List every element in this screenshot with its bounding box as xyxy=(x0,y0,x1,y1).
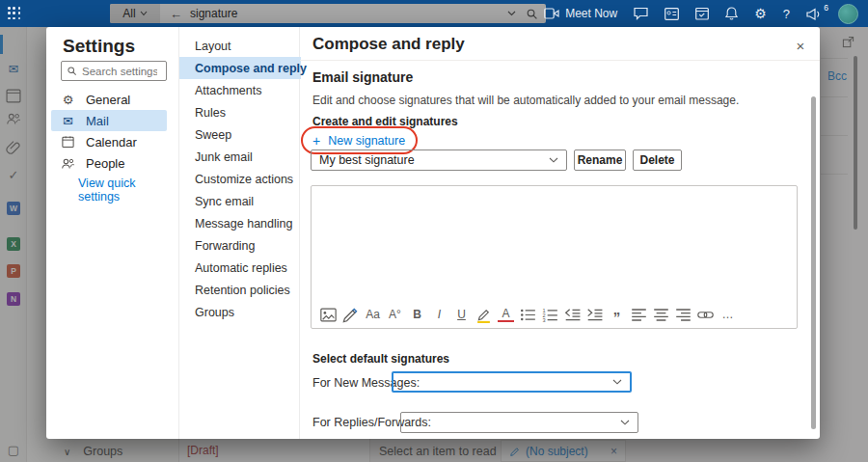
close-icon: × xyxy=(797,38,805,54)
more-icon[interactable]: … xyxy=(719,307,736,323)
notification-badge: 6 xyxy=(824,3,828,13)
search-input[interactable]: signature xyxy=(190,7,507,20)
email-signature-heading: Email signature xyxy=(312,69,413,85)
outdent-icon[interactable] xyxy=(564,307,581,323)
for-replies-forwards-select[interactable] xyxy=(400,412,638,433)
close-button[interactable]: × xyxy=(790,35,811,56)
nav-item-layout[interactable]: Layout xyxy=(179,35,301,57)
gear-icon[interactable]: ⚙ xyxy=(754,6,767,21)
nav-item-label: Retention policies xyxy=(195,284,290,297)
nav-item-forwarding[interactable]: Forwarding xyxy=(179,234,301,257)
search-icon[interactable] xyxy=(526,8,538,20)
chevron-down-icon xyxy=(140,11,148,16)
settings-item-mail[interactable]: ✉ Mail xyxy=(51,110,167,131)
format-painter-icon[interactable] xyxy=(342,307,359,323)
nav-item-automatic-replies[interactable]: Automatic replies xyxy=(179,257,301,279)
signature-select[interactable]: My best signature xyxy=(311,149,567,171)
avatar[interactable] xyxy=(838,4,858,24)
nav-item-retention-policies[interactable]: Retention policies xyxy=(179,279,301,301)
divider xyxy=(300,60,820,61)
underline-icon[interactable]: U xyxy=(453,307,470,323)
font-color-icon[interactable]: A xyxy=(498,308,514,322)
settings-item-people[interactable]: People xyxy=(46,152,178,174)
mail-icon: ✉ xyxy=(61,114,75,128)
nav-item-attachments[interactable]: Attachments xyxy=(179,79,301,101)
calendar-check-icon[interactable] xyxy=(695,7,709,20)
back-icon[interactable]: ← xyxy=(170,7,182,21)
settings-item-calendar[interactable]: Calendar xyxy=(46,131,178,152)
nav-item-sync-email[interactable]: Sync email xyxy=(179,190,301,212)
for-new-messages-select[interactable] xyxy=(392,371,632,393)
search-bar[interactable]: All ← signature xyxy=(110,4,546,23)
align-right-icon[interactable] xyxy=(675,307,692,323)
indent-icon[interactable] xyxy=(586,307,603,323)
people-icon xyxy=(61,157,75,170)
search-scope-label: All xyxy=(122,7,135,20)
signature-editor[interactable]: Aa A° B I U A 123 ” … xyxy=(311,185,798,329)
nav-item-label: Sweep xyxy=(195,128,231,142)
nav-item-label: Compose and reply xyxy=(195,62,307,75)
camera-icon xyxy=(544,8,559,19)
picture-icon[interactable] xyxy=(320,307,337,323)
settings-item-label: People xyxy=(86,156,124,171)
delete-button[interactable]: Delete xyxy=(633,149,682,171)
settings-dialog: Settings ⚙ General ✉ Mail Calendar xyxy=(46,27,820,439)
rename-button[interactable]: Rename xyxy=(574,149,626,171)
nav-item-compose-and-reply[interactable]: Compose and reply xyxy=(179,57,301,79)
megaphone-icon[interactable]: 6 xyxy=(806,8,822,20)
highlight-icon[interactable] xyxy=(475,307,492,323)
nav-item-label: Message handling xyxy=(195,217,292,231)
bold-icon[interactable]: B xyxy=(409,307,425,323)
italic-icon[interactable]: I xyxy=(431,307,448,323)
nav-item-junk-email[interactable]: Junk email xyxy=(179,146,301,168)
chat-icon[interactable] xyxy=(634,7,648,20)
dialog-title: Settings xyxy=(63,36,135,57)
view-quick-settings-link[interactable]: View quick settings xyxy=(78,177,178,204)
bullet-list-icon[interactable] xyxy=(520,307,536,323)
nav-item-groups[interactable]: Groups xyxy=(179,301,301,323)
nav-item-label: Junk email xyxy=(195,150,253,164)
search-scope-dropdown[interactable]: All xyxy=(110,4,160,23)
nav-item-label: Attachments xyxy=(195,84,261,97)
chevron-down-icon xyxy=(612,379,622,385)
nav-item-customize-actions[interactable]: Customize actions xyxy=(179,168,301,190)
meet-now-button[interactable]: Meet Now xyxy=(544,7,617,20)
nav-item-label: Layout xyxy=(195,40,231,53)
app-launcher-icon[interactable] xyxy=(8,7,21,20)
signature-select-value: My best signature xyxy=(319,153,415,167)
nav-item-label: Rules xyxy=(195,106,226,120)
nav-item-label: Groups xyxy=(195,306,234,319)
settings-nav: Layout Compose and reply Attachments Rul… xyxy=(178,27,300,439)
quote-icon[interactable]: ” xyxy=(609,307,625,323)
editor-toolbar: Aa A° B I U A 123 ” … xyxy=(312,301,797,328)
help-icon[interactable]: ? xyxy=(783,7,790,21)
nav-item-message-handling[interactable]: Message handling xyxy=(179,212,301,234)
signature-description: Edit and choose signatures that will be … xyxy=(312,94,739,107)
font-icon[interactable]: Aa xyxy=(365,307,381,323)
settings-item-general[interactable]: ⚙ General xyxy=(46,89,178,110)
align-left-icon[interactable] xyxy=(631,307,647,323)
chevron-down-icon[interactable] xyxy=(507,11,516,16)
nav-item-sweep[interactable]: Sweep xyxy=(179,123,301,146)
numbered-list-icon[interactable]: 123 xyxy=(542,307,558,323)
settings-search-input[interactable] xyxy=(82,66,157,77)
nav-item-label: Forwarding xyxy=(195,239,256,253)
font-size-icon[interactable]: A° xyxy=(387,307,403,323)
nav-item-rules[interactable]: Rules xyxy=(179,101,301,123)
settings-sidebar: Settings ⚙ General ✉ Mail Calendar xyxy=(46,27,178,439)
svg-text:3: 3 xyxy=(542,317,545,323)
compose-and-reply-panel: Compose and reply × Email signature Edit… xyxy=(300,27,820,439)
align-center-icon[interactable] xyxy=(653,307,669,323)
scrollbar[interactable] xyxy=(811,96,816,429)
settings-item-label: General xyxy=(86,93,130,107)
settings-search-box[interactable] xyxy=(61,61,167,81)
chevron-down-icon xyxy=(549,157,558,163)
settings-item-label: Calendar xyxy=(86,135,137,149)
megaphone-glyph xyxy=(806,8,822,20)
link-icon[interactable] xyxy=(697,307,714,323)
gear-icon: ⚙ xyxy=(61,93,75,107)
meet-now-label: Meet Now xyxy=(565,7,617,20)
topbar: All ← signature Meet Now ⚙ ? 6 xyxy=(0,0,868,27)
bell-icon[interactable] xyxy=(725,7,738,20)
contact-card-icon[interactable] xyxy=(665,8,679,20)
